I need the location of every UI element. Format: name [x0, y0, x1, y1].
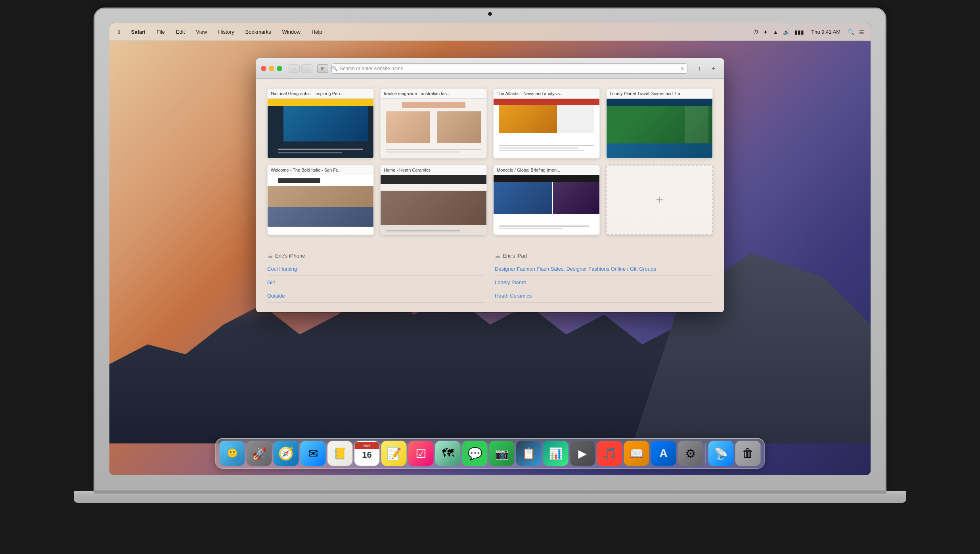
iphone-tab-2[interactable]: Outside	[267, 289, 485, 303]
menu-edit[interactable]: Edit	[174, 28, 187, 36]
dock-calendar[interactable]: NOV 16	[354, 441, 380, 466]
menu-view[interactable]: View	[193, 28, 209, 36]
dock-launchpad[interactable]: 🚀	[247, 441, 272, 466]
dock-messages[interactable]: 💬	[462, 441, 488, 466]
dock-maps[interactable]: 🗺	[435, 441, 461, 466]
nav-buttons: ‹ ›	[289, 64, 312, 73]
camera	[488, 12, 492, 16]
bluetooth-icon[interactable]: ✦	[763, 29, 768, 35]
top-site-title-monocle: Monocle / Global Briefing (mon...	[494, 165, 599, 175]
time-machine-icon[interactable]: ⏱	[753, 29, 758, 35]
dock: 🙂 🚀 🧭 ✉	[215, 438, 765, 469]
top-site-monocle[interactable]: Monocle / Global Briefing (mon...	[493, 165, 600, 235]
menu-window[interactable]: Window	[280, 28, 303, 36]
cloud-icon-ipad: ☁	[495, 252, 500, 259]
dock-sysprefs[interactable]: ⚙	[678, 441, 703, 466]
dock-airdrop[interactable]: 📡	[708, 441, 734, 466]
volume-icon[interactable]: 🔊	[783, 29, 790, 35]
svg-text:🙂: 🙂	[227, 448, 238, 458]
toolbar-actions: ↑ +	[694, 64, 719, 73]
menu-file[interactable]: File	[154, 28, 167, 36]
traffic-lights	[261, 66, 282, 71]
dock-facetime[interactable]: 📷	[489, 441, 515, 466]
maximize-button[interactable]	[277, 66, 282, 71]
calendar-month: NOV	[364, 444, 370, 447]
menubar-left:  Safari File Edit View History Bookmark…	[116, 28, 325, 36]
forward-button[interactable]: ›	[301, 64, 312, 73]
top-site-frankie[interactable]: frankie magazine - australian fas...	[380, 88, 487, 159]
dock-contacts[interactable]: 📒	[327, 441, 353, 466]
ipad-tab-1[interactable]: Lonely Planet	[495, 276, 713, 289]
menubar:  Safari File Edit View History Bookmark…	[109, 23, 871, 41]
cloud-icon-iphone: ☁	[267, 252, 273, 259]
top-site-preview-frankie	[381, 99, 486, 158]
dock-notes[interactable]: 📝	[381, 441, 407, 466]
app-name[interactable]: Safari	[129, 28, 148, 36]
back-button[interactable]: ‹	[289, 64, 300, 73]
menu-help[interactable]: Help	[309, 28, 325, 36]
icloud-tabs: ☁ Eric's iPhone Cool Hunting Gilt Outsid…	[267, 248, 713, 303]
top-site-preview-bolditalic	[268, 175, 373, 235]
address-bar[interactable]: 🔍 Search or enter website name ↻	[331, 63, 687, 74]
launchpad-icon: 🚀	[252, 447, 266, 460]
dock-finder[interactable]: 🙂	[220, 441, 245, 466]
sysprefs-icon: ⚙	[685, 447, 696, 460]
dock-music[interactable]: 🎵	[597, 441, 622, 466]
safari-content: National Geographic - Inspiring Peo...	[256, 79, 724, 312]
wifi-icon[interactable]: ▲	[773, 29, 778, 35]
notes-icon: 📝	[387, 447, 401, 460]
spotlight-icon[interactable]: 🔍	[848, 29, 854, 35]
ipad-device-name: Eric's iPad	[503, 253, 527, 259]
reload-button[interactable]: ↻	[681, 66, 685, 71]
dock-passbook[interactable]: 📋	[516, 441, 542, 466]
iphone-tab-list: Cool Hunting Gilt Outside	[267, 262, 485, 303]
close-button[interactable]	[261, 66, 266, 71]
dock-ibooks[interactable]: 📖	[624, 441, 649, 466]
iphone-tab-0[interactable]: Cool Hunting	[267, 262, 485, 276]
dock-reminders[interactable]: ☑	[408, 441, 434, 466]
top-site-title-bolditalic: Welcome - The Bold Italic - San Fr...	[268, 165, 373, 175]
dock-mail[interactable]: ✉	[301, 441, 326, 466]
dock-trash[interactable]: 🗑	[735, 441, 761, 466]
top-site-heath[interactable]: Home - Heath Ceramics	[380, 165, 487, 235]
ipad-device-header: ☁ Eric's iPad	[495, 252, 713, 259]
safari-dock-icon: 🧭	[278, 446, 294, 461]
top-site-atlantic[interactable]: The Atlantic - News and analysis...	[493, 88, 600, 159]
tab-view-button[interactable]: ⊞	[317, 64, 328, 73]
ipad-tab-2[interactable]: Heath Ceramics	[495, 289, 713, 303]
apple-menu[interactable]: 	[116, 28, 122, 36]
add-tab-button[interactable]: +	[606, 165, 713, 235]
menu-bookmarks[interactable]: Bookmarks	[243, 28, 274, 36]
top-site-natgeo[interactable]: National Geographic - Inspiring Peo...	[267, 88, 374, 159]
new-tab-button[interactable]: +	[708, 64, 719, 73]
passbook-icon: 📋	[522, 447, 536, 460]
notification-icon[interactable]: ☰	[859, 29, 864, 35]
top-site-title-frankie: frankie magazine - australian fas...	[381, 89, 486, 99]
share-button[interactable]: ↑	[694, 64, 705, 73]
battery-icon[interactable]: ▮▮▮	[794, 29, 804, 35]
facetime-icon: 📷	[495, 447, 509, 460]
dock-safari[interactable]: 🧭	[274, 441, 299, 466]
dock-keynote[interactable]: ▶	[570, 441, 595, 466]
iphone-tab-1[interactable]: Gilt	[267, 276, 485, 289]
ipad-tab-list: Designer Fashion Flash Sales, Designer F…	[495, 262, 713, 303]
calendar-day: 16	[362, 450, 371, 460]
address-placeholder: Search or enter website name	[340, 66, 403, 71]
dock-appstore[interactable]: A	[651, 441, 676, 466]
minimize-button[interactable]	[269, 66, 274, 71]
macbook-hinge	[94, 491, 886, 494]
ipad-tab-0[interactable]: Designer Fashion Flash Sales, Designer F…	[495, 262, 713, 276]
reminders-icon: ☑	[415, 447, 426, 460]
safari-window: ‹ › ⊞ 🔍 Search or enter website name	[256, 58, 724, 312]
add-icon: +	[656, 193, 663, 207]
search-icon: 🔍	[332, 66, 337, 71]
top-site-bolditalic[interactable]: Welcome - The Bold Italic - San Fr...	[267, 165, 374, 235]
top-site-lonely[interactable]: Lonely Planet Travel Guides and Tra...	[606, 88, 713, 159]
dock-numbers[interactable]: 📊	[543, 441, 568, 466]
ibooks-icon: 📖	[630, 447, 643, 460]
top-site-preview-monocle	[494, 175, 599, 235]
menu-history[interactable]: History	[216, 28, 236, 36]
appstore-icon: A	[659, 447, 667, 460]
dock-separator	[706, 443, 706, 463]
music-icon: 🎵	[603, 447, 616, 460]
